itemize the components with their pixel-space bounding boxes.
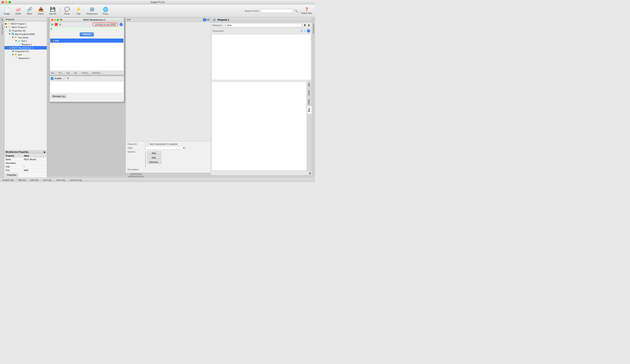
help-icon-request[interactable]: ? [203, 18, 206, 21]
tab-afterreq[interactable]: AfterReq... [91, 71, 104, 75]
sidebar-item-test1[interactable]: ▼ 🧪 Test 1 [4, 39, 47, 43]
tab-pro[interactable]: Pro... [58, 71, 65, 75]
log-tab-error[interactable]: error log [42, 178, 52, 182]
wand-icon[interactable]: 🪄 [63, 77, 66, 80]
enable-checkbox[interactable] [51, 77, 54, 80]
maximize-button[interactable] [8, 1, 11, 3]
type-row: Type: [128, 146, 209, 150]
toolbar-soap[interactable]: 🧼 SOAP [13, 6, 24, 16]
toolbar-preferences[interactable]: ⚙️ Preferences [84, 6, 99, 16]
sidebar-item-request-1[interactable]: 📨 Request 1 [4, 43, 47, 46]
mock-settings-icon[interactable]: ⚙ [59, 23, 61, 26]
required-checkbox[interactable] [145, 143, 148, 145]
mock-script-area[interactable]: -- [50, 81, 124, 93]
script-placeholder-text: -- [50, 81, 124, 85]
tab-raw[interactable]: Raw [308, 106, 312, 114]
mock-min-btn[interactable] [54, 19, 56, 21]
bottom-scrollbar-thumb[interactable] [128, 176, 144, 177]
expand-icon[interactable]: ∨ [129, 18, 131, 21]
sidebar-item-properties-1[interactable]: ⚙️ Properties (0) [4, 49, 47, 53]
sidebar-item-properties-0[interactable]: ⚙️ Properties (0) [4, 29, 47, 32]
horizontal-scrollbar[interactable] [126, 173, 210, 175]
tab-onreq[interactable]: OnReq... [80, 71, 91, 75]
type-select[interactable] [145, 146, 186, 150]
tab-star[interactable]: Star... [65, 71, 73, 75]
toolbar-save-all[interactable]: 💾 Save All [47, 6, 58, 16]
close-button[interactable] [2, 1, 4, 3]
sidebar-item-rest-project-1[interactable]: ▶ 📁 REST Project 1 [4, 22, 47, 25]
preferences-label: Preferences [86, 13, 97, 15]
search-forum-input[interactable] [260, 9, 293, 13]
mock-list-item[interactable]: 🎭 test [50, 39, 124, 43]
mock-play-button-2[interactable] [50, 28, 53, 30]
mock-stop-button[interactable] [55, 23, 58, 26]
copy-icon[interactable]: ⎘ [301, 29, 302, 32]
sidebar-item-test-resource[interactable]: ▼ 📂 test [4, 53, 47, 56]
zoom-icon[interactable]: ⊞ [309, 172, 311, 175]
params-help-icon[interactable]: ? [307, 29, 310, 32]
tab-sto[interactable]: Sto... [73, 71, 80, 75]
format-content [212, 82, 306, 171]
search-icon[interactable]: 🔍 [294, 9, 298, 12]
add-param-icon[interactable]: ＋ [303, 29, 306, 33]
sidebar-item-rest-project-2[interactable]: ▼ 📁 REST Project 2 [4, 25, 47, 29]
mock-help-button[interactable]: ? [120, 23, 123, 26]
sidebar-item-test-endpoint[interactable]: ▼ 📂 Test [/test] [4, 36, 47, 39]
sidebar-item-response-1[interactable]: 📩 Response 1 [4, 56, 47, 60]
list-item-label: test [55, 39, 59, 42]
tree-item-label: REST Project 1 [11, 23, 26, 25]
tab-des[interactable]: Des... [50, 71, 58, 75]
toolbar-trial[interactable]: ⚡ Trial [73, 6, 84, 16]
trial-icon: ⚡ [76, 7, 81, 12]
zoom-row: ⊞ [211, 171, 312, 175]
import-icon: 📥 [38, 7, 44, 12]
log-tab-http[interactable]: http log [18, 178, 26, 182]
mock-service-window: 🎭 REST MockService 1 ⚙ [49, 17, 124, 102]
toolbar-rest[interactable]: 🔗 REST [24, 6, 35, 16]
actions-button[interactable]: Actions [80, 32, 94, 36]
toolbar-import[interactable]: 📥 Import [36, 6, 46, 16]
toolbar-empty[interactable]: 📄 Empty [2, 6, 12, 16]
tree-item-label: Test 1 [21, 40, 27, 42]
tab-xml[interactable]: XML [308, 81, 312, 88]
mock-play-button[interactable] [51, 23, 54, 26]
tab-html[interactable]: HTML [308, 97, 312, 106]
preferences-icon: ⚙️ [89, 7, 95, 12]
resource-expand-icon[interactable]: ⬇ [308, 24, 310, 27]
mock-list-area: 🎭 test [50, 38, 124, 71]
sidebar-item-mock-service-1[interactable]: 🎭 REST MockService 1 [4, 46, 47, 49]
message-log-button[interactable]: Message Log [51, 95, 66, 98]
minimize-button[interactable] [5, 1, 8, 3]
properties-button[interactable]: Properties [5, 173, 18, 177]
play-icon[interactable]: ▶ [44, 151, 46, 153]
scrollbar-thumb[interactable] [130, 173, 142, 175]
nav-icon[interactable]: ☰ [1, 18, 4, 21]
add-button[interactable]: Add.. [147, 151, 161, 155]
log-tab-soapui[interactable]: SoapUI log [2, 178, 14, 182]
tree-item-label: http://localhost:8080 [15, 33, 34, 35]
resource-input[interactable] [226, 23, 302, 27]
bottom-scrollbar[interactable] [47, 175, 315, 178]
sidebar-item-localhost[interactable]: ▼ 🌐 http://localhost:8080 [4, 32, 47, 36]
remove-button[interactable]: Remove.. [147, 160, 161, 164]
edit-button[interactable]: Edit.. [147, 156, 161, 159]
log-tab-memory[interactable]: memory log [69, 178, 82, 182]
prop-value: / [23, 165, 46, 169]
resize-dot [88, 75, 89, 76]
tab-json[interactable]: JSON [308, 88, 312, 97]
enable-label: Enable [54, 77, 62, 80]
mock-running-indicator [50, 27, 124, 31]
options-list[interactable] [145, 151, 146, 168]
collapse-icon[interactable]: ∧ [127, 18, 129, 21]
toolbar-forum[interactable]: 💬 Forum [62, 6, 72, 16]
mock-close-btn[interactable] [51, 19, 53, 21]
toolbar-proxy[interactable]: 🌐 Proxy [100, 6, 111, 16]
navigator-label: Navigator [1, 24, 3, 34]
log-tab-jetty[interactable]: jetty log [30, 178, 39, 182]
online-help-button[interactable]: ❓ Online Help [300, 6, 314, 15]
resource-dropdown-icon[interactable]: ⬆ [304, 24, 306, 27]
mock-max-btn[interactable] [57, 19, 59, 21]
settings-icon[interactable]: ⚙ [67, 77, 69, 80]
log-tab-wsrm[interactable]: wsrm log [55, 178, 66, 182]
prop-name: Port [5, 169, 23, 172]
